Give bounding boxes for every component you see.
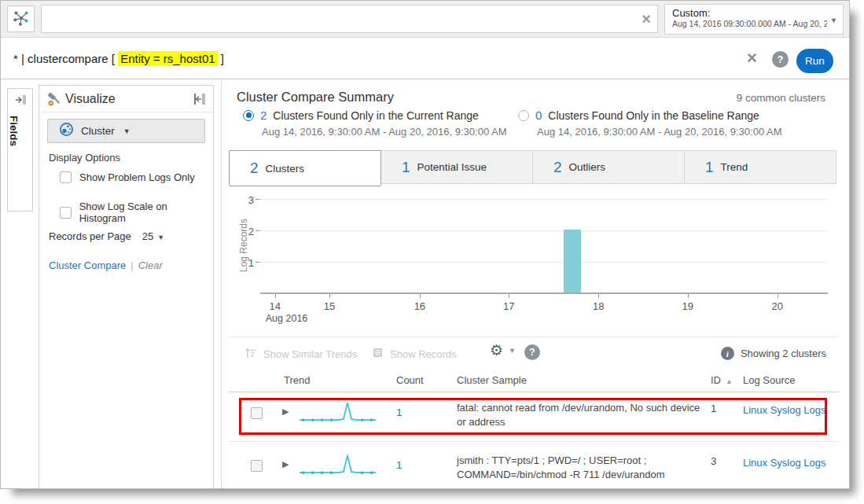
- tab-trend[interactable]: 1 Trend: [684, 150, 836, 184]
- chart-type-dropdown[interactable]: Cluster ▼: [47, 119, 205, 143]
- gridline: [260, 230, 828, 231]
- query-text[interactable]: * | clustercompare [ Entity = rs_host01 …: [13, 52, 224, 65]
- log-source-link[interactable]: Linux Syslog Logs: [743, 457, 826, 469]
- query-bar: * | clustercompare [ Entity = rs_host01 …: [1, 38, 849, 79]
- table-header: Trend Count Cluster Sample ID▲ Log Sourc…: [229, 370, 839, 392]
- current-range-radio-option[interactable]: 2 Clusters Found Only in the Current Ran…: [243, 109, 479, 122]
- tab-outliers[interactable]: 2 Outliers: [532, 150, 685, 184]
- y-tick-mark: [256, 199, 260, 200]
- clear-query-icon[interactable]: ×: [747, 48, 757, 68]
- header-id-label: ID: [711, 374, 721, 386]
- search-input[interactable]: [48, 6, 630, 32]
- table-row[interactable]: ▶ 1 jsmith : TTY=pts/1 ; PWD=/ ; USER=ro…: [229, 442, 839, 489]
- records-per-page-value[interactable]: 25: [142, 230, 153, 242]
- header-count: Count: [396, 374, 424, 386]
- run-button[interactable]: Run: [796, 49, 833, 73]
- tab-potential-issue[interactable]: 1 Potential Issue: [381, 150, 533, 184]
- x-tick-mark: [329, 294, 330, 298]
- expand-row-icon[interactable]: ▶: [282, 407, 289, 417]
- x-tick-mark: [778, 294, 778, 298]
- current-range-dates: Aug 14, 2016, 9:30:00 AM - Aug 20, 2016,…: [262, 126, 507, 138]
- show-similar-trends-button[interactable]: Show Similar Trends: [244, 347, 357, 362]
- chart-type-value: Cluster: [81, 125, 115, 137]
- y-tick-mark: [256, 230, 260, 231]
- log-source-link[interactable]: Linux Syslog Logs: [743, 404, 826, 416]
- baseline-range-count: 0: [535, 109, 542, 122]
- x-tick-mark: [509, 294, 509, 298]
- cluster-chart-icon: [59, 122, 74, 140]
- x-axis-line: [260, 292, 828, 294]
- chevron-down-icon[interactable]: ▼: [157, 234, 164, 241]
- y-tick-label: 1: [240, 257, 254, 269]
- cluster-app-button[interactable]: [7, 6, 35, 32]
- x-tick-label: 20: [766, 300, 789, 312]
- show-records-button[interactable]: Show Records: [372, 347, 457, 361]
- radio-selected-icon[interactable]: [243, 110, 254, 121]
- top-bar: × Custom: Aug 14, 2016 09:30:00.000 AM -…: [1, 1, 849, 38]
- clear-link[interactable]: Clear: [138, 259, 163, 271]
- hammer-gear-icon: [47, 92, 62, 110]
- x-tick-mark: [688, 294, 689, 298]
- x-tick-mark: [598, 294, 599, 298]
- sort-ascending-icon: ▲: [726, 377, 733, 385]
- header-id-sort[interactable]: ID▲: [711, 374, 733, 386]
- trend-sparkline: [300, 452, 378, 477]
- search-box: ×: [41, 5, 658, 33]
- panel-expand-icon: [14, 94, 27, 109]
- header-log-source: Log Source: [743, 374, 796, 386]
- x-axis-label: Aug 2016: [266, 313, 308, 324]
- toolbar-help-icon[interactable]: ?: [524, 344, 540, 360]
- show-records-label: Show Records: [390, 348, 457, 360]
- row-id: 1: [711, 403, 716, 414]
- common-clusters-count: 9 common clusters: [737, 92, 825, 104]
- records-list-icon: [372, 347, 384, 361]
- records-per-page-label: Records per Page: [49, 230, 131, 242]
- tab-count: 1: [705, 159, 714, 176]
- settings-dropdown[interactable]: ⚙ ▼: [490, 343, 516, 359]
- page-title: Cluster Compare Summary: [237, 90, 394, 105]
- gridline: [260, 199, 828, 200]
- main-divider: [221, 79, 222, 489]
- y-tick-mark: [256, 262, 260, 263]
- query-help-icon[interactable]: ?: [772, 51, 789, 68]
- visualize-header: Visualize: [39, 86, 213, 112]
- current-range-count: 2: [260, 109, 267, 122]
- chevron-down-icon: ▼: [509, 347, 516, 355]
- expand-row-icon[interactable]: ▶: [282, 459, 289, 469]
- clear-search-icon[interactable]: ×: [642, 9, 651, 28]
- x-tick-label: 16: [408, 300, 432, 312]
- table-row[interactable]: ▶ 1 fatal: cannot read from /dev/urandom…: [229, 393, 839, 438]
- radio-unselected-icon[interactable]: [518, 110, 529, 121]
- cluster-sample-text: jsmith : TTY=pts/1 ; PWD=/ ; USER=root ;…: [457, 454, 700, 482]
- x-tick-label: 18: [586, 300, 610, 312]
- current-range-label: Clusters Found Only in the Current Range: [273, 109, 478, 122]
- app-window: × Custom: Aug 14, 2016 09:30:00.000 AM -…: [0, 0, 850, 489]
- trend-sparkline: [300, 399, 378, 425]
- show-similar-trends-label: Show Similar Trends: [263, 348, 357, 360]
- info-icon: i: [721, 347, 734, 360]
- tab-label: Clusters: [266, 163, 305, 175]
- row-checkbox[interactable]: [251, 460, 263, 472]
- tab-clusters[interactable]: 2 Clusters: [229, 150, 381, 186]
- records-per-page-row: Records per Page25▼: [49, 230, 164, 242]
- fields-tab-label: Fields: [8, 116, 20, 146]
- link-separator: |: [131, 259, 133, 271]
- display-options-label: Display Options: [49, 152, 120, 164]
- show-log-scale-checkbox[interactable]: [60, 207, 72, 219]
- x-tick-label: 15: [318, 300, 341, 312]
- x-tick-mark: [275, 294, 276, 298]
- cluster-compare-link[interactable]: Cluster Compare: [49, 259, 126, 271]
- tab-count: 1: [402, 159, 410, 176]
- fields-panel-tab[interactable]: Fields: [7, 88, 33, 212]
- time-range-picker[interactable]: Custom: Aug 14, 2016 09:30:00.000 AM - A…: [664, 4, 844, 35]
- row-checkbox[interactable]: [251, 407, 263, 419]
- similar-trends-icon: [244, 347, 257, 362]
- tab-label: Outliers: [569, 161, 606, 173]
- cluster-sample-text: fatal: cannot read from /dev/urandom, No…: [457, 401, 700, 429]
- molecule-cluster-icon: [13, 9, 30, 29]
- collapse-panel-icon[interactable]: [193, 92, 207, 109]
- row-count: 1: [396, 459, 403, 471]
- baseline-range-radio-option[interactable]: 0 Clusters Found Only in the Baseline Ra…: [518, 109, 759, 122]
- tab-count: 2: [250, 160, 259, 177]
- show-problem-logs-checkbox[interactable]: [60, 171, 72, 183]
